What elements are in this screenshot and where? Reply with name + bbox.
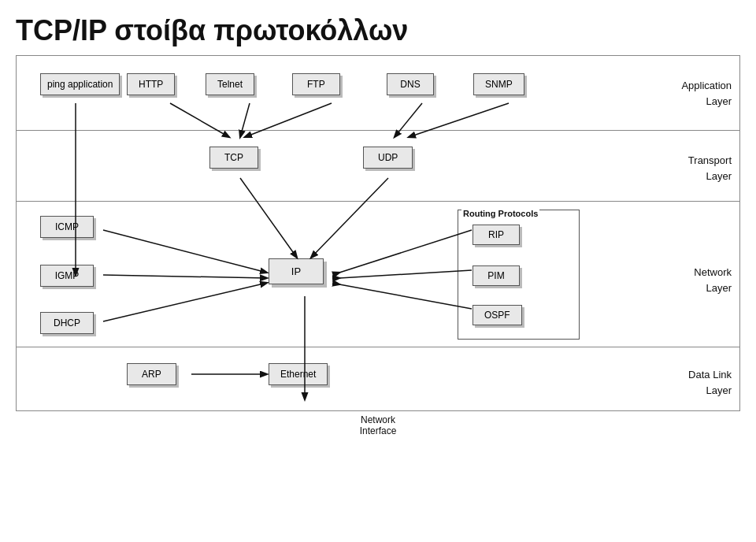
tcp-box: TCP <box>209 147 258 169</box>
network-layer-row: ICMP IGMP DHCP IP Routing Protocols RIP … <box>17 202 739 347</box>
routing-protocols-group: Routing Protocols RIP PIM OSPF <box>458 210 580 340</box>
ethernet-box: Ethernet <box>269 363 328 385</box>
datalink-layer-row: ARP Ethernet Data LinkLayer <box>17 347 739 410</box>
diagram-area: ping application HTTP Telnet FTP DNS SNM… <box>16 55 740 411</box>
transport-layer-label: TransportLayer <box>688 153 732 184</box>
dns-box: DNS <box>387 73 434 95</box>
routing-protocols-label: Routing Protocols <box>461 209 539 218</box>
dhcp-box: DHCP <box>40 312 94 334</box>
ospf-box: OSPF <box>472 305 522 325</box>
snmp-box: SNMP <box>473 73 524 95</box>
network-interface-label: NetworkInterface <box>16 414 740 436</box>
ip-box: IP <box>269 258 324 284</box>
application-layer-label: ApplicationLayer <box>681 78 732 109</box>
http-box: HTTP <box>127 73 175 95</box>
network-layer-label: NetworkLayer <box>694 265 732 295</box>
rip-box: RIP <box>472 225 520 245</box>
igmp-box: IGMP <box>40 265 94 287</box>
ping-application-box: ping application <box>40 73 120 95</box>
page-title: TCP/IP στοίβα πρωτοκόλλων <box>0 0 756 55</box>
datalink-layer-label: Data LinkLayer <box>688 367 732 398</box>
application-layer-row: ping application HTTP Telnet FTP DNS SNM… <box>17 56 739 131</box>
telnet-box: Telnet <box>206 73 254 95</box>
arp-box: ARP <box>127 363 176 385</box>
udp-box: UDP <box>363 147 413 169</box>
ftp-box: FTP <box>292 73 340 95</box>
icmp-box: ICMP <box>40 216 94 238</box>
pim-box: PIM <box>472 265 520 286</box>
transport-layer-row: TCP UDP TransportLayer <box>17 131 739 202</box>
